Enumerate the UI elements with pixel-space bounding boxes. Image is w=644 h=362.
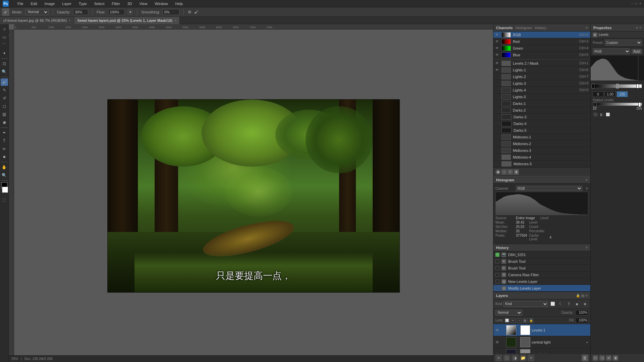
channel-eye-l5[interactable] bbox=[495, 95, 499, 99]
output-black-handle[interactable] bbox=[594, 102, 596, 107]
gray-eyedropper-btn[interactable]: ◧ bbox=[599, 112, 604, 117]
black-point-handle[interactable] bbox=[592, 84, 594, 88]
menu-image[interactable]: Image bbox=[43, 1, 56, 6]
preset-select[interactable]: Custom bbox=[605, 40, 642, 46]
channel-lights1[interactable]: 👁 Lights-1 Ctrl+6 bbox=[493, 67, 590, 73]
channel-rgb[interactable]: 👁 RGB Ctrl+2 bbox=[493, 32, 590, 38]
menu-select[interactable]: Select bbox=[93, 1, 106, 6]
histogram-refresh-icon[interactable]: ↻ bbox=[586, 187, 588, 190]
input-black-val[interactable]: 0 bbox=[593, 92, 603, 97]
tab-close-0[interactable]: × bbox=[69, 19, 70, 22]
reset-adjustments-btn[interactable]: ↺ bbox=[606, 355, 611, 361]
layers-menu[interactable]: ≡ bbox=[586, 294, 588, 297]
channel-eye-lm[interactable]: 👁 bbox=[495, 61, 499, 65]
channel-eye-rgb[interactable]: 👁 bbox=[495, 33, 499, 37]
channel-lights3[interactable]: Lights-3 Ctrl+9 bbox=[493, 80, 590, 87]
properties-close[interactable]: × bbox=[639, 26, 641, 29]
type-tool[interactable]: T bbox=[1, 137, 8, 144]
delete-channel-btn[interactable]: 🗑 bbox=[514, 169, 519, 175]
eyedropper-tool[interactable]: 🔍 bbox=[1, 68, 8, 75]
channel-lights5[interactable]: Lights-5 bbox=[493, 94, 590, 100]
channel-mid5[interactable]: Midtones-5 bbox=[493, 161, 590, 167]
input-white-val[interactable]: 235 bbox=[617, 92, 628, 97]
crop-tool[interactable]: ⊡ bbox=[1, 60, 8, 67]
input-mid-val[interactable]: 1.00 bbox=[605, 92, 615, 97]
channel-lights4[interactable]: Lights-4 Ctrl+0 bbox=[493, 87, 590, 94]
channel-darks1[interactable]: Darks-1 bbox=[493, 100, 590, 107]
black-eyedropper-btn[interactable]: ⬛ bbox=[593, 112, 598, 117]
pixel-filter-icon[interactable]: ⬜ bbox=[549, 301, 556, 307]
layer-central-light[interactable]: 👁 central light ▸ bbox=[493, 336, 590, 348]
blend-mode-select[interactable]: Normal bbox=[25, 9, 49, 15]
blur-tool[interactable]: ◉ bbox=[1, 119, 8, 126]
brush-preset-icon[interactable]: 🖌 bbox=[194, 10, 198, 14]
brush-settings-icon[interactable]: ⚙ bbox=[188, 10, 192, 14]
channel-eye-m2[interactable] bbox=[495, 142, 499, 146]
move-tool[interactable]: ⊹ bbox=[1, 25, 8, 33]
channel-darks2[interactable]: Darks-2 bbox=[493, 107, 590, 114]
channel-eye-green[interactable]: 👁 bbox=[495, 46, 499, 50]
tab-0[interactable]: cf-forest-haven.jpg @ 66.7% (RGB/8#) × bbox=[0, 17, 74, 24]
magic-wand-tool[interactable]: ✦ bbox=[1, 50, 8, 57]
history-title-tab[interactable]: History bbox=[535, 26, 546, 30]
zoom-tool[interactable]: 🔍 bbox=[1, 172, 8, 179]
menu-view[interactable]: View bbox=[138, 1, 149, 6]
history-item-0[interactable]: 📷 D6H_5251 bbox=[493, 251, 590, 258]
channel-eye-blue[interactable]: 👁 bbox=[495, 53, 499, 57]
channel-darks5[interactable]: Darks-5 bbox=[493, 127, 590, 134]
channel-eye-l2[interactable] bbox=[495, 75, 499, 79]
channel-eye-red[interactable]: 👁 bbox=[495, 40, 499, 44]
airbrush-toggle[interactable]: ◉ bbox=[127, 9, 133, 15]
shape-tool[interactable]: ■ bbox=[1, 153, 8, 161]
history-item-5[interactable]: ▤ Modify Levels Layer bbox=[493, 285, 590, 292]
lock-pixels-btn[interactable]: ⬜ bbox=[505, 318, 509, 323]
layer-fx-btn[interactable]: fx bbox=[495, 355, 502, 361]
shape-filter-icon[interactable]: ■ bbox=[574, 301, 580, 307]
hand-tool[interactable]: ✋ bbox=[1, 164, 8, 171]
layer-group-arrow-cl[interactable]: ▸ bbox=[587, 341, 588, 344]
new-channel-btn[interactable]: + bbox=[507, 169, 513, 175]
menu-filter[interactable]: Filter bbox=[110, 1, 121, 6]
brush-tool[interactable]: 🖌 bbox=[1, 78, 8, 86]
channel-select-props[interactable]: RGB bbox=[593, 48, 630, 54]
opacity-input[interactable] bbox=[73, 9, 88, 15]
gradient-tool[interactable]: ▥ bbox=[1, 111, 8, 118]
channel-eye-d1[interactable] bbox=[495, 102, 499, 106]
channel-eye-m3[interactable] bbox=[495, 148, 499, 153]
lock-all-btn[interactable]: 🔒 bbox=[529, 318, 534, 323]
layers-options-icon[interactable]: ▤ bbox=[581, 294, 584, 297]
flow-input[interactable] bbox=[108, 9, 125, 15]
new-channel-mask-btn[interactable]: ◉ bbox=[495, 169, 501, 175]
channel-eye-l4[interactable] bbox=[495, 88, 499, 92]
new-group-btn[interactable]: 📁 bbox=[520, 355, 526, 361]
channel-green[interactable]: 👁 Green Ctrl+4 bbox=[493, 45, 590, 52]
smoothing-input[interactable] bbox=[163, 9, 179, 15]
channel-eye-m1[interactable] bbox=[495, 135, 499, 139]
channel-eye-m5[interactable] bbox=[495, 162, 499, 166]
menu-window[interactable]: Window bbox=[153, 1, 169, 6]
history-item-1[interactable]: ✒ Brush Tool bbox=[493, 258, 590, 265]
channel-mid3[interactable]: Midtones-3 bbox=[493, 147, 590, 154]
channel-blue[interactable]: 👁 Blue Ctrl+5 bbox=[493, 52, 590, 58]
histogram-channel-select[interactable]: RGB bbox=[516, 186, 582, 191]
channel-mid4[interactable]: Midtones-4 bbox=[493, 154, 590, 161]
lock-artboard-btn[interactable]: ▦ bbox=[523, 318, 528, 323]
layer-eye-levels1[interactable]: 👁 bbox=[495, 328, 500, 332]
history-menu[interactable]: ≡ bbox=[586, 246, 588, 249]
history-item-4[interactable]: ▤ New Levels Layer bbox=[493, 278, 590, 285]
lock-pos-btn[interactable]: + bbox=[517, 318, 522, 323]
histogram-menu[interactable]: ≡ bbox=[586, 178, 588, 182]
blend-mode-dropdown[interactable]: Normal bbox=[495, 310, 522, 316]
history-item-3[interactable]: ⚙ Camera Raw Filter bbox=[493, 272, 590, 278]
pen-tool[interactable]: ✒ bbox=[1, 129, 8, 136]
channel-options-btn[interactable]: ▫ bbox=[501, 169, 507, 175]
mid-point-handle[interactable] bbox=[616, 84, 619, 88]
new-adjustment-btn[interactable]: ◑ bbox=[512, 355, 518, 361]
channel-eye-d2[interactable] bbox=[495, 108, 499, 112]
opacity-input[interactable] bbox=[576, 310, 588, 315]
channel-mid2[interactable]: Midtones-2 bbox=[493, 140, 590, 147]
channel-eye-l3[interactable] bbox=[495, 81, 499, 85]
clip-to-layer-btn[interactable]: ⬡ bbox=[593, 355, 598, 361]
history-item-2[interactable]: ✒ Brush Tool bbox=[493, 265, 590, 272]
tab-close-1[interactable]: × bbox=[174, 19, 176, 22]
